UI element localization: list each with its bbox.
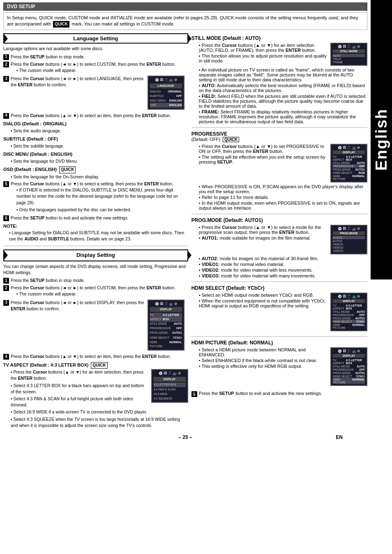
prog-mode-body: 💿 🖼 🎵 📺 ⚙ PROG.MODE AUTO1 AUTO2 VIDEO1 V… — [191, 225, 367, 256]
right-divider-1 — [191, 127, 367, 128]
tv-aspect-menu-header: DISPLAY — [154, 377, 186, 382]
prog-bullet-4: Refer to page 11 for more details. — [196, 195, 367, 200]
disp-step-num-5: 5 — [191, 391, 197, 397]
tv-aspect-menu: 💿 🖼 🎵 📺 ⚙ DISPLAY 4:3 LETTER BOX 4:3 PAN… — [151, 369, 188, 403]
language-setting-body: Language options are not available with … — [3, 46, 188, 429]
hdmisel-row-4: PROG.MODEAUTO1 — [333, 316, 365, 320]
prog-row-4: PROG.MODEAUTO1 — [333, 168, 365, 171]
intro-box: In Setup menu, QUICK mode, CUSTOM mode a… — [3, 12, 367, 30]
step-num-2: 2 — [3, 62, 9, 67]
disc-menu-title: DISC MENU (Default : ENGLISH) — [3, 151, 188, 158]
osd-title: OSD (Default : ENGLISH) QUICK — [3, 166, 188, 173]
subtitle-text: Sets the subtitle language. — [7, 143, 188, 149]
right-column: STILL MODE (Default : AUTO) 💿 🖼 🎵 📺 ⚙ ST… — [191, 33, 367, 429]
menu-row-subtitle: SUBTITLEOFF — [150, 94, 182, 98]
still-bullet-auto: AUTO: Automatically selects the best res… — [196, 83, 367, 93]
still-mode-body: 💿 🖼 🎵 📺 ⚙ STILL MODE AUTO FIELD FRAME Pr… — [191, 43, 367, 67]
step-content-1: Press the SETUP button in stop mode. — [11, 54, 188, 60]
progmode-row-auto1: AUTO1 — [333, 236, 365, 239]
menu-row-osd: OSDENGLISH — [150, 103, 182, 107]
still-row-field: FIELD — [333, 57, 365, 60]
fake-progmode-menu: 💿 🖼 🎵 📺 ⚙ PROG.MODE AUTO1 AUTO2 VIDEO1 V… — [330, 225, 367, 254]
prog-menu-header: DISPLAY — [333, 150, 365, 154]
progressive-title: PROGRESSIVE — [191, 131, 227, 137]
prog-row-1: TV ASPECT4:3 LETTER BOX — [333, 155, 365, 161]
fake-hdmipic-menu: 💿 🖼 🎵 📺 ⚙ DISPLAY TV ASPECT4:3 LETTER BO… — [330, 347, 367, 386]
hdmipic-header: DISPLAY — [333, 354, 365, 358]
fake-tv-aspect-menu: 💿 🖼 🎵 📺 ⚙ DISPLAY 4:3 LETTER BOX 4:3 PAN… — [151, 369, 188, 403]
hdmipic-row-5: HDMI SELECTYCbCr — [333, 374, 365, 378]
note-title: NOTE: — [3, 223, 188, 230]
hdmipic-row-4: PROG.MODEAUTO1 — [333, 371, 365, 374]
disp-step-num-2: 2 — [3, 285, 9, 291]
hdmipic-row-3: PROGRESSIVEOFF — [333, 368, 365, 371]
still-mode-title: STILL MODE (Default : AUTO) — [191, 35, 367, 41]
prog-mode-menu: 💿 🖼 🎵 📺 ⚙ PROG.MODE AUTO1 AUTO2 VIDEO1 V… — [330, 225, 367, 254]
fake-language-menu: 💿 🖼 🎵 📺 ⚙ LANGUAGE DIALOGORIGINAL SUBTIT… — [148, 76, 184, 109]
progmode-bullet-v1: VIDEO1: mode for normal video material. — [196, 262, 367, 267]
subtitle-title: SUBTITLE (Default : OFF) — [3, 136, 188, 143]
progressive-subtitle: (Default: OFF) QUICK — [191, 137, 367, 142]
display-setting-body: You can change certain aspects of the DV… — [3, 263, 188, 430]
progmode-icons: 💿 🖼 🎵 📺 ⚙ — [333, 227, 365, 231]
menu-row-discmenu: DISC MENUENGLISH — [150, 98, 182, 103]
hdmisel-header: DISPLAY — [333, 299, 365, 303]
step-num-3: 3 — [3, 76, 9, 82]
page-number: – 25 – — [178, 434, 192, 440]
language-note: NOTE: • Language Setting for DIALOG and … — [3, 223, 188, 242]
english-banner-text: English — [373, 108, 390, 171]
tv-aspect-content: 💿 🖼 🎵 📺 ⚙ DISPLAY 4:3 LETTER BOX 4:3 PAN… — [3, 369, 188, 429]
hdmi-select-menu: 💿 🖼 🎵 📺 ⚙ DISPLAY TV ASPECT4:3 LETTER BO… — [330, 293, 367, 331]
progmode-header: PROG.MODE — [333, 231, 365, 235]
disp-step-num-3: 3 — [3, 300, 9, 306]
menu-header: LANGUAGE — [150, 83, 182, 88]
tv-aspect-title: TV ASPECT (Default : 4:3 LETTER BOX) QUI… — [3, 362, 188, 369]
prog-menu-icons: 💿 🖼 🎵 📺 ⚙ — [333, 146, 365, 150]
osd-quick-badge: QUICK — [59, 166, 76, 173]
still-row-auto: AUTO — [333, 54, 365, 57]
display-menu-icons: 💿 🖼 🎵 📺 ⚙ — [150, 302, 182, 307]
two-col-layout: Language Setting Language options are no… — [3, 33, 367, 429]
still-row-frame: FRAME — [333, 60, 365, 64]
tv-row-3: 16:9 WIDE — [154, 392, 186, 396]
right-divider-3 — [191, 282, 367, 282]
language-menu-img: 💿 🖼 🎵 📺 ⚙ LANGUAGE DIALOGORIGINAL SUBTIT… — [148, 76, 187, 109]
progmode-row-v3: VIDEO3 — [333, 249, 365, 252]
step-content-5: Press the Cursor buttons (▲ or ▼) to sel… — [11, 181, 188, 214]
still-bullet-field: FIELD: Select FIELD when the pictures ar… — [196, 94, 367, 108]
tv-row-4: 4:3 SQUEEZE — [154, 396, 186, 401]
display-menu-img: 💿 🖼 🎵 📺 ⚙ DISPLAY TV ASPECT4:3 LETTER BO… — [148, 300, 187, 351]
step2-sub: • The custom mode will appear. — [16, 67, 188, 74]
disp-step-content-3: 💿 🖼 🎵 📺 ⚙ DISPLAY TV ASPECT4:3 LETTER BO… — [11, 300, 187, 353]
progmode-row-auto2: AUTO2 — [333, 239, 365, 242]
hdmi-picture-title: HDMI PICTURE (Default: NORMAL) — [191, 340, 367, 346]
hdmi-select-body: 💿 🖼 🎵 📺 ⚙ DISPLAY TV ASPECT4:3 LETTER BO… — [191, 293, 367, 333]
fake-display-menu: 💿 🖼 🎵 📺 ⚙ DISPLAY TV ASPECT4:3 LETTER BO… — [148, 300, 184, 351]
progmode-bullet-auto2: AUTO2: mode for images on the material o… — [196, 256, 367, 261]
step-num-1: 1 — [3, 54, 9, 60]
disp-step-1: 1 Press the SETUP button in stop mode. — [3, 277, 188, 284]
progressive-default: (Default: OFF) — [191, 137, 220, 142]
step5-sub2: • Only the languages supported by the di… — [16, 207, 188, 213]
disp-step-content-2: Press the Cursor buttons (◄ or ►) to sel… — [11, 285, 188, 298]
tv-bullet-4: Select 16:9 WIDE if a wide-screen TV is … — [7, 409, 188, 415]
progressive-menu: 💿 🖼 🎵 📺 ⚙ DISPLAY TV ASPECT4:3 LETTER BO… — [330, 144, 367, 182]
english-banner: English — [371, 0, 392, 279]
fake-still-menu: 💿 🖼 🎵 📺 ⚙ STILL MODE AUTO FIELD FRAME — [330, 43, 367, 66]
dialog-title: DIALOG (Default : ORIGINAL) — [3, 121, 188, 127]
disp-step-num-1: 1 — [3, 278, 9, 284]
disp-menu-row-2: STILL MODEAUTO — [150, 322, 182, 326]
hdmisel-row-6: HDMI PICTURENORMAL — [333, 323, 365, 329]
prog-bullet-5: In the HDMI output mode, even when PROGR… — [196, 201, 367, 210]
step-num-6: 6 — [3, 215, 9, 221]
disp-step-3: 3 💿 🖼 🎵 📺 ⚙ DISPLAY TV ASPECT4:3 LETTER … — [3, 300, 188, 353]
menu-icons: 💿 🖼 🎵 📺 ⚙ — [150, 78, 182, 83]
fake-hdmisel-menu: 💿 🖼 🎵 📺 ⚙ DISPLAY TV ASPECT4:3 LETTER BO… — [330, 293, 367, 331]
section-divider — [3, 246, 188, 246]
progmode-bullet-v2: VIDEO2: mode for video material with les… — [196, 268, 367, 272]
lang-step-4: 4 Press the Cursor buttons (▲ or ▼) to s… — [3, 113, 188, 119]
hdmipic-row-6: HDMI PICTURENORMAL — [333, 378, 365, 384]
prog-row-5: HDMI SELECTRGB — [333, 171, 365, 174]
progmode-row-v2: VIDEO2 — [333, 246, 365, 249]
still-bullet-3: An individual picture on TV screen is ca… — [196, 67, 367, 82]
